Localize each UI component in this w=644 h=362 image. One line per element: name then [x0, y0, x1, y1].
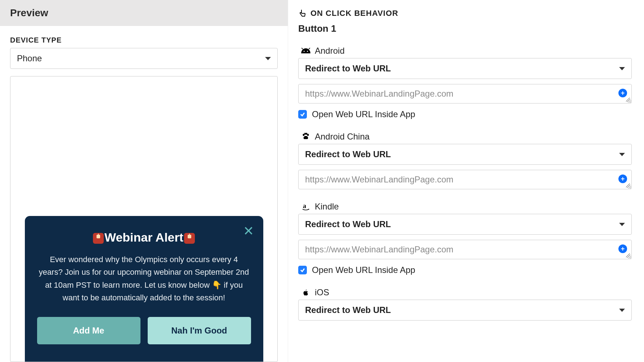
nah-button[interactable]: Nah I'm Good	[148, 317, 251, 344]
url-input[interactable]: https://www.WebinarLandingPage.com+	[298, 84, 632, 103]
svg-point-7	[306, 133, 307, 135]
svg-point-0	[304, 51, 305, 52]
action-value: Redirect to Web URL	[305, 219, 391, 229]
preview-header: Preview	[0, 0, 288, 26]
svg-point-4	[303, 134, 305, 136]
platform-header: aKindle	[298, 202, 632, 212]
svg-line-3	[309, 48, 310, 49]
action-select[interactable]: Redirect to Web URL	[298, 58, 632, 79]
action-select[interactable]: Redirect to Web URL	[298, 300, 632, 321]
siren-icon	[184, 233, 195, 244]
caret-down-icon	[619, 67, 625, 70]
device-type-select[interactable]: Phone	[10, 48, 278, 69]
url-value: https://www.WebinarLandingPage.com	[305, 175, 453, 184]
platform-name: Android	[315, 46, 345, 56]
platform-name: Android China	[315, 132, 370, 142]
platform-header: iOS	[298, 287, 632, 297]
apple-icon	[300, 287, 311, 297]
preview-panel: Preview DEVICE TYPE Phone ✕ Webinar Aler…	[0, 0, 288, 362]
section-title: ON CLICK BEHAVIOR	[298, 9, 632, 18]
siren-icon	[93, 233, 104, 244]
caret-down-icon	[619, 223, 625, 226]
platform-block-android-china: Android ChinaRedirect to Web URLhttps://…	[298, 132, 632, 189]
button-label: Button 1	[298, 23, 632, 34]
add-icon[interactable]: +	[618, 175, 627, 183]
url-input[interactable]: https://www.WebinarLandingPage.com+	[298, 170, 632, 189]
action-value: Redirect to Web URL	[305, 63, 391, 74]
platform-block-kindle: aKindleRedirect to Web URLhttps://www.We…	[298, 202, 632, 275]
pointer-icon	[298, 9, 307, 18]
add-icon[interactable]: +	[618, 244, 627, 253]
open-inside-label: Open Web URL Inside App	[312, 109, 415, 119]
platform-name: iOS	[315, 287, 329, 297]
platform-header: Android China	[298, 132, 632, 142]
svg-point-6	[304, 133, 306, 135]
paw-icon	[300, 132, 311, 142]
platform-block-android: AndroidRedirect to Web URLhttps://www.We…	[298, 46, 632, 119]
device-type-value: Phone	[17, 53, 42, 63]
caret-down-icon	[619, 153, 625, 156]
device-type-label: DEVICE TYPE	[10, 36, 278, 44]
url-value: https://www.WebinarLandingPage.com	[305, 244, 453, 254]
add-icon[interactable]: +	[618, 89, 627, 97]
add-me-button[interactable]: Add Me	[37, 317, 140, 344]
url-value: https://www.WebinarLandingPage.com	[305, 89, 453, 98]
amazon-icon: a	[300, 202, 311, 212]
action-value: Redirect to Web URL	[305, 305, 391, 315]
modal-title: Webinar Alert	[37, 230, 251, 244]
platform-header: Android	[298, 46, 632, 56]
action-select[interactable]: Redirect to Web URL	[298, 144, 632, 165]
open-inside-checkbox[interactable]	[298, 266, 307, 274]
modal-body: Ever wondered why the Olympics only occu…	[37, 253, 251, 304]
preview-canvas: ✕ Webinar Alert Ever wondered why the Ol…	[10, 76, 278, 362]
open-inside-row: Open Web URL Inside App	[298, 265, 632, 275]
android-icon	[300, 46, 311, 56]
preview-modal: ✕ Webinar Alert Ever wondered why the Ol…	[25, 216, 263, 362]
svg-line-2	[301, 48, 303, 49]
svg-point-1	[307, 51, 308, 52]
svg-point-5	[307, 134, 309, 136]
action-value: Redirect to Web URL	[305, 149, 391, 159]
url-input[interactable]: https://www.WebinarLandingPage.com+	[298, 240, 632, 259]
caret-down-icon	[619, 309, 625, 312]
open-inside-label: Open Web URL Inside App	[312, 265, 415, 275]
action-select[interactable]: Redirect to Web URL	[298, 214, 632, 235]
platform-name: Kindle	[315, 202, 339, 212]
caret-down-icon	[265, 57, 271, 60]
close-icon[interactable]: ✕	[243, 225, 254, 238]
svg-text:a: a	[303, 202, 306, 209]
open-inside-row: Open Web URL Inside App	[298, 109, 632, 119]
open-inside-checkbox[interactable]	[298, 110, 307, 119]
platform-block-ios: iOSRedirect to Web URL	[298, 287, 632, 321]
behavior-panel: ON CLICK BEHAVIOR Button 1 AndroidRedire…	[288, 0, 644, 362]
